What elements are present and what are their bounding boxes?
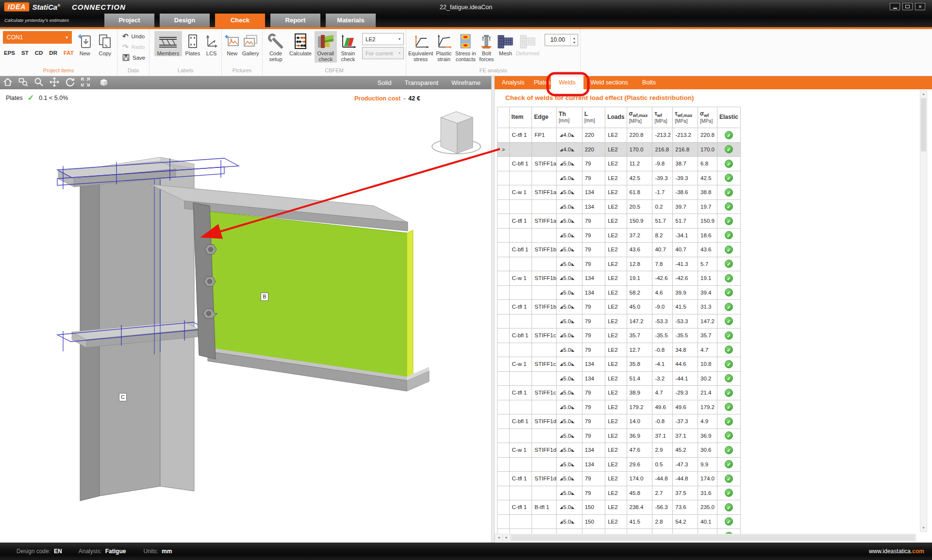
code-setup-button[interactable]: Code setup	[265, 31, 286, 63]
members-labels-button[interactable]: Members	[154, 31, 182, 56]
stress-in-contacts-button[interactable]: Stress in contacts	[454, 31, 477, 63]
scope-select[interactable]: For current ▾	[362, 47, 404, 59]
row-expander[interactable]	[498, 214, 510, 229]
table-row[interactable]: C-tfl 1STIFF1a◢5.0◣79LE2150.951.751.7150…	[498, 214, 741, 229]
row-expander[interactable]	[498, 443, 510, 458]
table-row[interactable]: ◢5.0◣79LE2147.2-53.3-53.3147.2✓	[498, 314, 741, 329]
save-button[interactable]: Save	[120, 52, 147, 63]
copy-button[interactable]: Copy	[95, 31, 115, 56]
new-picture-button[interactable]: New	[224, 31, 240, 56]
row-expander[interactable]	[498, 457, 510, 472]
table-row[interactable]: ◢5.0◣150LE241.52.854.240.1✓	[498, 514, 741, 529]
zoom-button[interactable]	[31, 76, 47, 89]
table-row[interactable]: C-tfl 1B-tfl 1◢5.0◣150LE2238.4-56.373.62…	[498, 500, 741, 515]
row-expander[interactable]	[498, 386, 510, 400]
lcs-labels-button[interactable]: LCS	[203, 31, 219, 56]
overall-check-button[interactable]: Overall check	[315, 31, 337, 63]
row-expander[interactable]	[498, 514, 510, 529]
tab-bolts[interactable]: Bolts	[638, 76, 660, 89]
row-expander[interactable]	[498, 343, 510, 357]
scroll-down-icon[interactable]: ▾	[920, 525, 927, 531]
view-mode-solid[interactable]: Solid	[378, 79, 392, 86]
row-expander[interactable]	[498, 228, 510, 243]
row-expander[interactable]	[498, 472, 510, 486]
row-expander[interactable]	[498, 185, 510, 200]
row-expander[interactable]	[498, 486, 510, 500]
tab-report[interactable]: Report	[270, 14, 320, 27]
row-expander[interactable]	[498, 257, 510, 271]
table-row[interactable]: ◢5.0◣79LE242.5-39.3-39.342.5✓	[498, 171, 741, 185]
scroll-up-icon[interactable]: ▴	[920, 91, 927, 98]
maximize-button[interactable]	[902, 3, 913, 10]
table-row[interactable]: C-tfl 1STIFF1c◢5.0◣79LE238.94.7-29.321.4…	[498, 386, 741, 400]
spin-up-icon[interactable]: ▲	[573, 36, 576, 40]
row-expander[interactable]	[498, 314, 510, 329]
table-row[interactable]: C-tfl 1STIFF1d◢5.0◣79LE2174.0-44.8-44.81…	[498, 472, 741, 486]
row-expander[interactable]	[498, 271, 510, 286]
table-row[interactable]: ◢5.0◣134LE258.24.639.939.4✓	[498, 285, 741, 300]
pan-button[interactable]	[47, 76, 62, 89]
table-row[interactable]: ◢5.0◣79LE2179.249.649.6179.2✓	[498, 400, 741, 414]
row-expander[interactable]	[498, 400, 510, 414]
scroll-left-icon[interactable]: ◂	[495, 534, 503, 541]
mode-dr[interactable]: DR	[49, 50, 57, 56]
row-expander[interactable]	[498, 329, 510, 343]
view-mode-transparent[interactable]: Transparent	[404, 79, 438, 86]
table-row-selected[interactable]: >◢4.0◣220LE2170.0216.8216.8170.0✓	[498, 142, 741, 157]
row-expander[interactable]: >	[498, 142, 510, 157]
panel-splitter[interactable]	[491, 76, 495, 543]
home-view-button[interactable]	[0, 76, 16, 89]
tab-design[interactable]: Design	[160, 14, 210, 27]
tab-analysis[interactable]: Analysis	[499, 76, 527, 89]
tab-check[interactable]: Check	[215, 14, 265, 27]
table-row[interactable]: C-bfl 1STIFF1d◢5.0◣79LE214.0-0.8-37.34.9…	[498, 414, 741, 429]
plates-labels-button[interactable]: Plates	[184, 31, 202, 56]
table-row[interactable]: C-w 1STIFF1c◢5.0◣134LE235.8-4.144.610.8✓	[498, 357, 741, 372]
undo-button[interactable]: ↶ Undo	[120, 31, 147, 42]
table-row[interactable]: ◢5.0◣79LE237.28.2-34.118.6✓	[498, 228, 741, 243]
table-row[interactable]: ◢5.0◣134LE229.60.5-47.39.9✓	[498, 457, 741, 472]
zoom-fit-button[interactable]	[78, 76, 93, 89]
row-expander[interactable]	[498, 371, 510, 386]
row-expander[interactable]	[498, 128, 510, 143]
close-button[interactable]: ×	[915, 3, 925, 10]
table-row[interactable]: ◢5.0◣79LE236.937.137.136.9✓	[498, 428, 741, 443]
mode-eps[interactable]: EPS	[4, 50, 15, 56]
table-row[interactable]: C-tfl 1STIFF1b◢5.0◣79LE245.0-9.041.531.3…	[498, 300, 741, 314]
row-expander[interactable]	[498, 529, 510, 534]
tab-plates[interactable]: Plates	[532, 76, 553, 89]
mode-fat[interactable]: FAT	[64, 50, 74, 56]
table-row[interactable]: ◢5.0◣134LE220.50.239.719.7✓	[498, 199, 741, 214]
row-expander[interactable]	[498, 157, 510, 171]
deformed-button[interactable]: Deformed	[516, 31, 539, 56]
member-label-c[interactable]: C	[119, 393, 127, 401]
table-row[interactable]: ◢5.0◣134LE251.4-3.2-44.130.2✓	[498, 371, 741, 386]
table-row[interactable]: C-bfl 1STIFF1a◢5.0◣79LE211.2-9.838.76.8✓	[498, 157, 741, 171]
connection-select[interactable]: CON1 ▾	[3, 31, 72, 44]
tab-welds[interactable]: Welds	[551, 76, 583, 89]
row-expander[interactable]	[498, 500, 510, 515]
table-row[interactable]: ◢5.0◣79LE245.82.737.531.6✓	[498, 486, 741, 500]
row-expander[interactable]	[498, 171, 510, 185]
table-row[interactable]: C-w 1STIFF1b◢5.0◣134LE219.1-42.6-42.619.…	[498, 271, 741, 286]
bolt-forces-button[interactable]: Bolt forces	[478, 31, 495, 63]
minimize-button[interactable]	[890, 3, 900, 10]
new-project-item-button[interactable]: New	[75, 31, 95, 56]
table-row[interactable]: C-w 1STIFF1d◢5.0◣134LE247.62.945.230.6✓	[498, 443, 741, 458]
tab-project[interactable]: Project	[104, 14, 154, 27]
mode-cd[interactable]: CD	[35, 50, 43, 56]
vertical-scrollbar[interactable]: ▴ ▾	[920, 90, 927, 532]
view-mode-wireframe[interactable]: Wireframe	[451, 79, 481, 86]
table-row[interactable]: ✓	[498, 529, 741, 534]
row-expander[interactable]	[498, 199, 510, 214]
scrollbar-thumb[interactable]	[511, 535, 915, 541]
table-row[interactable]: C-bfl 1STIFF1b◢5.0◣79LE243.640.740.743.6…	[498, 243, 741, 257]
load-effect-select[interactable]: LE2 ▾	[362, 33, 404, 45]
deformation-scale-spinner[interactable]: 10.00 ▲ ▼	[545, 34, 578, 46]
plastic-strain-button[interactable]: Plastic strain	[434, 31, 453, 63]
member-label-b[interactable]: B	[261, 293, 268, 301]
row-expander[interactable]	[498, 428, 510, 443]
mesh-button[interactable]: Mesh	[496, 31, 515, 56]
row-expander[interactable]	[498, 285, 510, 300]
row-expander[interactable]	[498, 414, 510, 429]
